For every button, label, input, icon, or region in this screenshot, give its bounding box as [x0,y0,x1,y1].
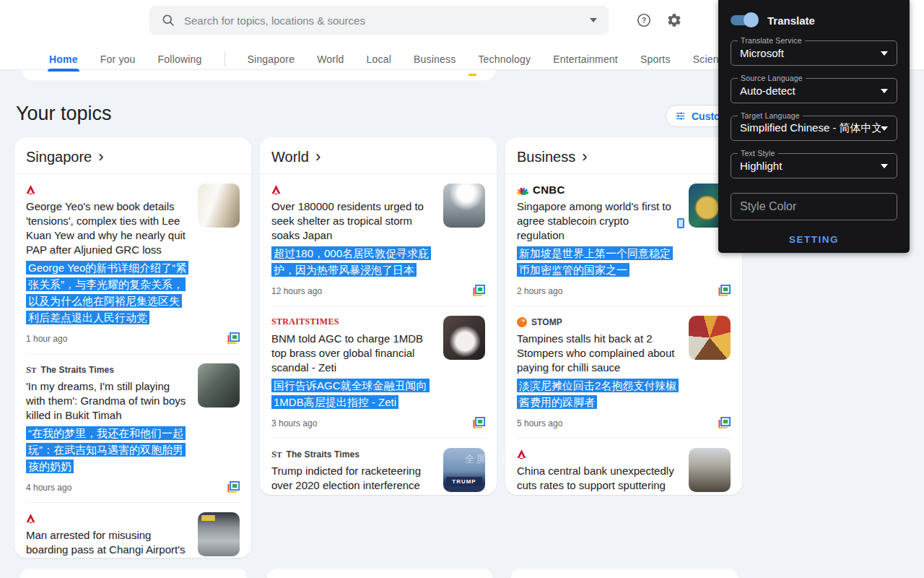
article-title[interactable]: China central bank unexpectedly cuts rat… [517,464,679,495]
full-coverage-button[interactable] [227,481,240,493]
search-icon [161,13,175,27]
straits-times-logo: ST [26,364,36,376]
source-row [517,448,679,460]
source-row: STRAITSTIMES [271,316,433,328]
article-translation: George Yeo的新书详细介绍了“紧张关系”，与李光耀的复杂关系，以及为什么… [26,259,188,326]
article: George Yeo's new book details 'tensions'… [26,174,240,353]
full-coverage-button[interactable] [718,417,731,429]
tune-icon [675,111,686,121]
article-title[interactable]: George Yeo's new book details 'tensions'… [26,199,188,257]
new-straits-times-logo: STRAITSTIMES [271,316,339,327]
article-thumbnail[interactable] [198,184,240,228]
article-title[interactable]: Singapore among world's first to agree s… [517,199,679,243]
tab-world[interactable]: World [317,53,344,65]
nav-divider [225,51,225,67]
translate-panel: Translate Translate ServiceMicrosoftSour… [718,0,910,253]
field-source-language[interactable]: Source LanguageAuto-detect [731,78,897,103]
article: CNBCSingapore among world's first to agr… [517,174,731,306]
article-time: 12 hours ago [271,286,322,296]
tab-technology[interactable]: Technology [478,53,531,65]
partial-card-below-3 [511,569,738,578]
cna-logo [517,449,526,460]
tab-business[interactable]: Business [414,53,456,65]
chevron-right-icon: › [582,150,587,163]
article-thumbnail[interactable] [443,316,485,360]
article-title[interactable]: Tampines stalls hit back at 2 Stompers w… [517,332,679,375]
full-coverage-button[interactable] [473,417,485,429]
field-style-color[interactable]: Style Color [731,193,897,220]
article-title[interactable]: BNM told AGC to charge 1MDB top brass ov… [271,332,433,375]
tab-following[interactable]: Following [158,53,202,65]
source-row: CNBC [517,184,679,196]
full-coverage-icon [473,288,485,298]
article-time: 2 hours ago [517,286,562,296]
search-input[interactable] [184,14,590,27]
field-value: Style Color [740,200,888,213]
article-title[interactable]: 'In my dreams, I'm still playing with th… [26,379,188,423]
full-coverage-icon [473,420,485,431]
tab-sports[interactable]: Sports [640,53,671,65]
source-name: The Straits Times [286,449,359,460]
topic-title: Business [517,149,575,165]
help-button[interactable]: ? [635,12,653,30]
article-time: 3 hours ago [271,418,317,428]
source-row [26,512,188,525]
settings-button[interactable] [666,12,683,30]
cna-logo [271,184,281,195]
tab-home[interactable]: Home [49,53,78,65]
article: STOMPTampines stalls hit back at 2 Stomp… [517,306,731,438]
topic-card-title-singapore[interactable]: Singapore› [14,137,251,174]
article: STRAITSTIMESBNM told AGC to charge 1MDB … [271,306,485,438]
topic-card-title-business[interactable]: Business› [505,137,742,174]
article-thumbnail[interactable] [198,512,240,556]
partial-card-below-2 [267,569,492,578]
topic-title: Singapore [26,149,92,165]
article-thumbnail[interactable] [689,316,731,360]
full-coverage-button[interactable] [473,285,485,297]
full-coverage-icon [718,420,731,431]
source-row [26,184,188,196]
article-time: 1 hour ago [26,334,67,344]
article-thumbnail[interactable] [443,184,485,228]
source-name: CNBC [533,184,565,196]
article-translation: 国行告诉AGC就全球金融丑闻向1MDB高层提出指控 - Zeti [271,377,433,410]
article: STThe Straits TimesTrump indicted for ra… [271,438,485,495]
search-bar[interactable] [149,6,609,35]
article-translation: 淡滨尼摊位回击2名抱怨支付辣椒酱费用的跺脚者 [517,377,679,410]
cna-logo [26,513,35,524]
cna-logo [26,184,35,195]
article-title[interactable]: Trump indicted for racketeering over 202… [271,464,433,493]
partial-card-below-1 [20,569,247,578]
topic-card-world: World›Over 180000 residents urged to see… [260,137,497,495]
article-thumbnail[interactable] [198,363,240,407]
search-dropdown-caret[interactable] [590,18,597,22]
article: China central bank unexpectedly cuts rat… [517,438,731,495]
article-thumbnail[interactable] [689,448,731,492]
topic-card-title-world[interactable]: World› [260,137,497,174]
translate-badge-icon [677,218,684,228]
article-title[interactable]: Over 180000 residents urged to seek shel… [271,199,433,243]
tab-entertainment[interactable]: Entertainment [553,53,618,65]
source-row: STThe Straits Times [271,448,433,460]
translate-toggle[interactable] [731,15,757,25]
nav-tabs: HomeFor youFollowingSingaporeWorldLocalB… [49,49,783,69]
source-row: STThe Straits Times [26,363,188,376]
full-coverage-button[interactable] [227,332,240,345]
full-coverage-button[interactable] [718,285,731,297]
thumbnail-text: TRUMP [446,477,482,486]
tab-singapore[interactable]: Singapore [248,53,295,65]
field-translate-service[interactable]: Translate ServiceMicrosoft [731,40,897,66]
field-value: Microsoft [740,47,881,59]
setting-button[interactable]: SETTING [731,234,897,245]
article-title[interactable]: Man arrested for misusing boarding pass … [26,528,188,558]
field-target-language[interactable]: Target LanguageSimplified Chinese - 简体中文 [731,116,897,141]
full-coverage-icon [227,335,240,346]
help-icon: ? [636,20,652,30]
tab-local[interactable]: Local [366,53,391,65]
source-row [271,184,433,196]
toggle-knob [744,12,759,27]
gear-icon [666,20,682,30]
field-text-style[interactable]: Text StyleHighlight [731,153,897,178]
field-label: Source Language [738,74,806,82]
tab-for-you[interactable]: For you [100,53,136,65]
